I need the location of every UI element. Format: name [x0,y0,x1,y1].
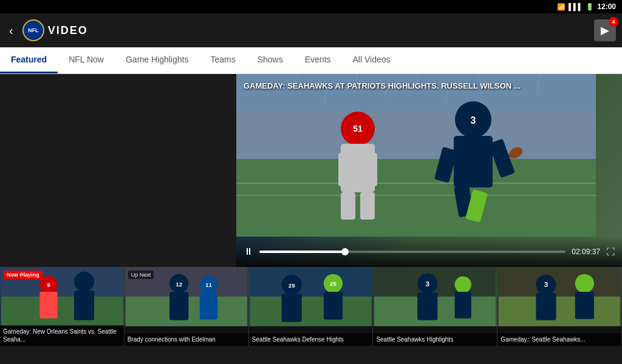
svg-point-33 [74,272,94,292]
thumb-3-label: Seattle Seahawks Defense Hights [249,333,373,346]
up-next-badge: Up Next [128,271,154,279]
app-header: ‹ NFL VIDEO ▶ 4 [0,13,622,47]
svg-point-57 [455,277,471,293]
main-video-player[interactable]: GAMEDAY: SEAHAWKS AT PATRIOTS HIGHLIGHTS… [236,74,622,267]
pause-button[interactable]: ⏸ [244,246,253,257]
svg-rect-47 [281,294,301,322]
thumb-5-bg: 3 [497,267,621,326]
status-time: 12:00 [597,2,616,11]
tab-shows[interactable]: Shows [247,47,294,73]
status-icons: 📶 ▌▌▌ 🔋 12:00 [557,2,616,11]
time-display: 02:09:37 [572,248,600,256]
svg-rect-62 [536,293,556,320]
thumbnail-2[interactable]: 12 11 Up Next Brady connections with Ede… [125,267,249,346]
svg-rect-60 [499,297,620,326]
progress-fill [259,251,345,253]
svg-rect-55 [418,292,438,320]
left-sidebar [0,74,104,267]
battery-icon: 🔋 [586,3,594,11]
svg-text:25: 25 [330,280,337,287]
thumb-5-label: Gameday.: Seattle Seahawks... [497,333,621,346]
svg-rect-32 [39,292,57,318]
video-title: GAMEDAY: SEAHAWKS AT PATRIOTS HIGHLIGHTS… [244,81,521,90]
thumbnail-1[interactable]: 9 Now Playing Gameday: New Orleans Saint… [0,267,125,346]
logo-container: NFL VIDEO [22,19,88,41]
svg-rect-45 [250,297,372,326]
svg-text:29: 29 [288,282,295,289]
svg-rect-34 [74,291,94,320]
svg-rect-4 [236,110,596,159]
tab-game-highlights[interactable]: Game Highlights [115,47,200,73]
thumbnail-5[interactable]: 3 Gameday.: Seattle Seahawks... [497,267,622,346]
thumb-2-label: Brady connections with Edelman [125,333,248,346]
svg-rect-7 [338,153,352,186]
svg-rect-64 [575,292,594,319]
progress-dot [341,248,349,255]
main-content-area: GAMEDAY: SEAHAWKS AT PATRIOTS HIGHLIGHTS… [0,74,622,267]
thumb-1-label: Gameday: New Orleans Saints vs. Seattle … [0,325,124,346]
back-button[interactable]: ‹ [6,21,16,41]
thumbnails-row: 9 Now Playing Gameday: New Orleans Saint… [0,267,622,346]
thumb-4-bg: 3 [373,267,497,326]
thumbnail-4[interactable]: 3 Seattle Seahawks Highlights [373,267,497,346]
svg-text:3: 3 [544,280,549,288]
thumbnail-3[interactable]: 29 25 Seattle Seahawks Defense Hights [249,267,374,346]
svg-rect-49 [323,292,342,320]
nfl-logo: NFL [22,19,44,41]
video-controls: ⏸ 02:09:37 ⛶ [236,237,622,267]
svg-rect-1 [236,159,596,237]
svg-text:3: 3 [426,280,430,288]
status-bar: 📶 ▌▌▌ 🔋 12:00 [0,0,622,13]
tab-events[interactable]: Events [294,47,342,73]
svg-rect-41 [200,292,217,320]
app-title: VIDEO [48,24,88,37]
tab-teams[interactable]: Teams [199,47,246,73]
tab-nfl-now[interactable]: NFL Now [58,47,115,73]
fullscreen-button[interactable]: ⛶ [606,247,615,257]
now-playing-badge: Now Playing [4,271,43,279]
tab-featured[interactable]: Featured [0,47,58,73]
svg-text:9: 9 [47,281,50,288]
notification-button[interactable]: ▶ 4 [594,19,616,41]
svg-point-63 [575,274,594,293]
svg-rect-30 [1,297,123,326]
svg-rect-10 [360,192,375,220]
svg-text:51: 51 [353,124,363,133]
notification-badge: 4 [609,17,618,27]
wifi-icon: 📶 [557,3,566,11]
svg-rect-9 [341,192,355,220]
svg-rect-39 [169,292,188,320]
svg-rect-13 [454,136,493,187]
svg-rect-8 [364,153,377,186]
thumb-3-bg: 29 25 [249,267,373,326]
svg-text:12: 12 [176,281,182,288]
notification-icon: ▶ [601,24,609,37]
tab-all-videos[interactable]: All Videos [342,47,402,73]
svg-text:3: 3 [470,115,476,126]
progress-bar[interactable] [259,251,566,253]
video-frame: 51 3 [236,74,596,237]
signal-icon: ▌▌▌ [569,3,583,10]
svg-rect-58 [455,292,471,318]
tab-navigation: Featured NFL Now Game Highlights Teams S… [0,47,622,74]
svg-text:11: 11 [205,281,212,288]
thumb-4-label: Seattle Seahawks Highlights [373,333,497,346]
